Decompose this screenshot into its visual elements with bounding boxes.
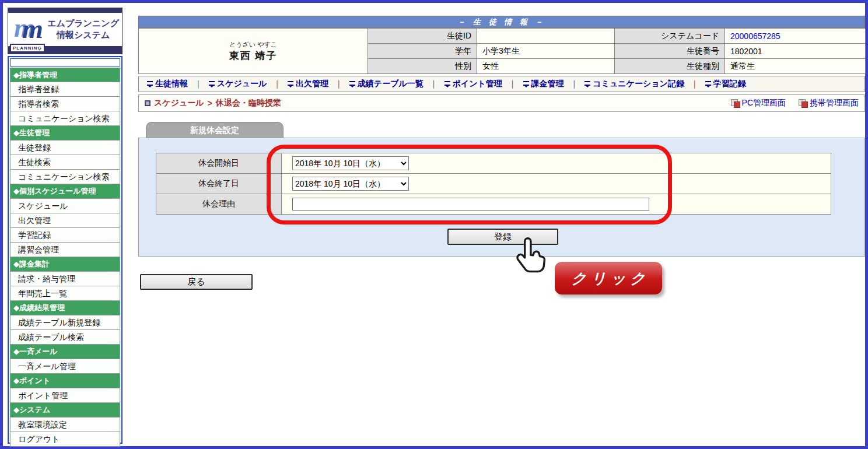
- sidebar-item-gakushuu-kiroku[interactable]: 学習記録: [10, 228, 120, 243]
- label-kyuukai-start: 休会開始日: [156, 153, 282, 174]
- back-button[interactable]: 戻る: [140, 274, 253, 290]
- sidebar-item-shukketsu-kanri[interactable]: 出欠管理: [10, 213, 120, 228]
- nav-separator: ｜: [691, 79, 699, 89]
- nav-separator: ｜: [194, 79, 202, 89]
- dropdown-icon: [288, 80, 293, 87]
- nav-separator: ｜: [509, 79, 517, 89]
- click-callout: クリック: [555, 262, 662, 294]
- sidebar-header-kakin-shuukei: ◆課金集計: [10, 257, 120, 272]
- nav-separator: ｜: [430, 79, 438, 89]
- sidebar-item-seiseki-table-shinki-touroku[interactable]: 成績テーブル新規登録: [10, 315, 120, 330]
- student-name-cell: とうざい やすこ 東西 靖子: [139, 29, 368, 74]
- form-row-reason: 休会理由: [156, 194, 831, 215]
- label-system-code: システムコード: [615, 29, 725, 44]
- window-icon: [799, 99, 807, 107]
- kyuukai-reason-input[interactable]: [292, 198, 649, 211]
- label-gakunen: 学年: [368, 44, 477, 59]
- label-seito-id: 生徒ID: [368, 29, 477, 44]
- tab-kakin-kanri[interactable]: 課金管理: [521, 79, 566, 89]
- tab-schedule[interactable]: スケジュール: [206, 79, 270, 89]
- sidebar-item-seito-kensaku[interactable]: 生徒検索: [10, 155, 120, 170]
- sidebar-item-shidousha-touroku[interactable]: 指導者登録: [10, 82, 120, 97]
- sidebar-header-system: ◆システム: [10, 403, 120, 418]
- breadcrumb: スケジュール > 休退会・臨時授業: [145, 98, 281, 108]
- sidebar-item-communication-kensaku-1[interactable]: コミュニケーション検索: [10, 111, 120, 126]
- nav-separator: ｜: [335, 79, 343, 89]
- tab-gakushuu-kiroku[interactable]: 学習記録: [703, 79, 748, 89]
- value-seito-id: [477, 29, 615, 44]
- tab-point-kanri[interactable]: ポイント管理: [442, 79, 505, 89]
- sidebar-item-nenkan-uriage-ichiran[interactable]: 年間売上一覧: [10, 286, 120, 301]
- breadcrumb-separator: >: [208, 99, 212, 108]
- label-seibetsu: 性別: [368, 59, 477, 74]
- sidebar: ◆指導者管理 指導者登録 指導者検索 コミュニケーション検索 ◆生徒管理 生徒登…: [8, 56, 123, 444]
- tab-shukketsu-kanri[interactable]: 出欠管理: [285, 79, 331, 89]
- breadcrumb-section: スケジュール: [154, 98, 204, 108]
- tab-communication-kiroku[interactable]: コミュニケーション記録: [582, 79, 687, 89]
- sidebar-item-logout[interactable]: ログアウト: [10, 432, 120, 447]
- breadcrumb-bar: スケジュール > 休退会・臨時授業 PC管理画面 携帯管理画面: [138, 94, 865, 112]
- m-logo-icon: m m: [14, 14, 48, 44]
- kyuukai-start-date-select[interactable]: 2018年 10月 10日（水）: [292, 156, 409, 170]
- page-title: － 生 徒 情 報 －: [138, 16, 865, 28]
- sidebar-header-point: ◆ポイント: [10, 374, 120, 388]
- sidebar-item-seiseki-table-kensaku[interactable]: 成績テーブル検索: [10, 330, 120, 345]
- label-kyuukai-end: 休会終了日: [156, 173, 282, 194]
- sidebar-item-kyoushitsu-kankyou-settei[interactable]: 教室環境設定: [10, 418, 120, 432]
- dropdown-icon: [584, 80, 590, 87]
- sidebar-item-point-kanri[interactable]: ポイント管理: [10, 388, 120, 403]
- logo-top-bar: [8, 8, 122, 13]
- dropdown-icon: [147, 80, 153, 87]
- sidebar-item-seito-touroku[interactable]: 生徒登録: [10, 141, 120, 155]
- sidebar-header-kobetsu-schedule-kanri: ◆個別スケジュール管理: [10, 184, 120, 199]
- sidebar-spacer-box: [10, 58, 120, 66]
- kyuukai-form: 休会開始日 2018年 10月 10日（水） 休会終了日 2018年 10月 1…: [156, 153, 831, 215]
- mobile-admin-link[interactable]: 携帯管理画面: [799, 98, 859, 108]
- kyuukai-end-date-select[interactable]: 2018年 10月 10日（水）: [292, 177, 409, 191]
- label-kyuukai-reason: 休会理由: [156, 194, 282, 215]
- dropdown-icon: [705, 80, 711, 87]
- nav-separator: ｜: [570, 79, 579, 89]
- sidebar-item-seikyuu-kyuuyo-kanri[interactable]: 請求・給与管理: [10, 272, 120, 286]
- breadcrumb-page: 休退会・臨時授業: [216, 98, 281, 108]
- planning-badge: PLANNING: [10, 44, 45, 52]
- sidebar-item-koushuukai-kanri[interactable]: 講習会管理: [10, 243, 120, 257]
- label-seito-bangou: 生徒番号: [615, 44, 725, 59]
- value-seito-shubetsu: 通常生: [725, 59, 866, 74]
- form-row-start-date: 休会開始日 2018年 10月 10日（水）: [156, 153, 831, 174]
- app-title: エムプランニング 情報システム: [47, 17, 119, 41]
- form-row-end-date: 休会終了日 2018年 10月 10日（水）: [156, 173, 831, 194]
- square-bullet-icon: [145, 100, 150, 106]
- sidebar-header-seito-kanri: ◆生徒管理: [10, 126, 120, 141]
- dropdown-icon: [209, 80, 215, 87]
- dropdown-icon: [523, 80, 529, 87]
- student-name: 東西 靖子: [229, 49, 278, 62]
- sidebar-header-seiseki-kekka-kanri: ◆成績結果管理: [10, 301, 120, 315]
- app-logo: m m エムプランニング 情報システム PLANNING: [8, 8, 123, 54]
- pc-admin-link[interactable]: PC管理画面: [731, 98, 786, 108]
- sidebar-item-schedule[interactable]: スケジュール: [10, 199, 120, 213]
- dropdown-icon: [349, 80, 355, 87]
- sidebar-item-shidousha-kensaku[interactable]: 指導者検索: [10, 97, 120, 111]
- tab-seito-jouhou[interactable]: 生徒情報: [145, 79, 190, 89]
- value-seibetsu: 女性: [477, 59, 615, 74]
- register-button[interactable]: 登録: [447, 229, 558, 245]
- sidebar-item-communication-kensaku-2[interactable]: コミュニケーション検索: [10, 170, 120, 184]
- window-icon: [731, 99, 740, 107]
- value-gakunen: 小学3年生: [477, 44, 615, 59]
- section-nav: 生徒情報 ｜ スケジュール ｜ 出欠管理 ｜ 成績テーブル一覧 ｜ ポイント管理…: [138, 76, 865, 92]
- student-info-table: とうざい やすこ 東西 靖子 生徒ID システムコード 20000657285 …: [138, 28, 865, 74]
- quick-links: PC管理画面 携帯管理画面: [731, 98, 859, 108]
- label-seito-shubetsu: 生徒種別: [615, 59, 725, 74]
- sidebar-header-issei-mail: ◆一斉メール: [10, 345, 120, 359]
- value-system-code[interactable]: 20000657285: [725, 29, 866, 44]
- value-seito-bangou: 1802001: [725, 44, 866, 59]
- sidebar-menu: ◆指導者管理 指導者登録 指導者検索 コミュニケーション検索 ◆生徒管理 生徒登…: [10, 68, 120, 447]
- sidebar-item-issei-mail-kanri[interactable]: 一斉メール管理: [10, 359, 120, 374]
- nav-separator: ｜: [273, 79, 281, 89]
- form-tab-shinki-kyuukai-settei: 新規休会設定: [146, 122, 284, 138]
- tab-seiseki-table-ichiran[interactable]: 成績テーブル一覧: [347, 79, 426, 89]
- sidebar-header-shidousha-kanri: ◆指導者管理: [10, 68, 120, 82]
- student-furigana: とうざい やすこ: [229, 40, 277, 49]
- page-frame: m m エムプランニング 情報システム PLANNING ◆指導者管理 指導者登…: [0, 0, 868, 449]
